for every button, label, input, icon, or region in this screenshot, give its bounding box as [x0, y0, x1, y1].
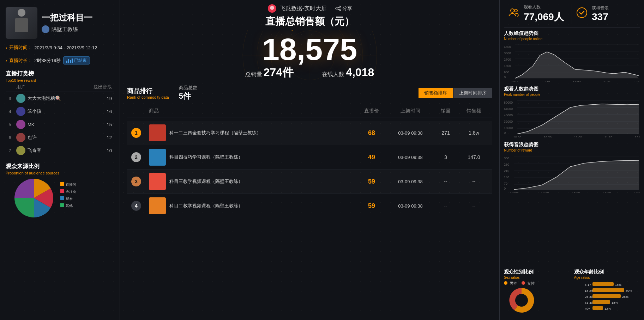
sort-buttons[interactable]: 销售额排序 上架时间排序	[419, 88, 492, 98]
sort-by-time-button[interactable]: 上架时间排序	[453, 88, 492, 98]
left-panel: 一把过科目一 隔壁王教练 › 开播时间： 2021/3/9 9:34 - 202…	[0, 0, 120, 320]
rewards-label: 获得音浪	[592, 5, 609, 11]
sex-ratio-chart	[504, 286, 567, 314]
svg-text:11:30: 11:30	[604, 136, 613, 137]
svg-text:直播间: 直播间	[66, 183, 76, 186]
viewers-trend-chart: 80000 64000 48000 32000 16000 0 10:00 10…	[504, 99, 640, 137]
bar-chart-icon	[66, 59, 73, 63]
product-rank: 3	[131, 177, 149, 186]
rewards-stat: 获得音浪 337	[572, 4, 640, 24]
reward-value-cell: 12	[82, 131, 114, 144]
svg-text:900: 900	[504, 70, 509, 74]
svg-text:11:00: 11:00	[573, 80, 581, 82]
svg-text:25-30: 25-30	[585, 295, 593, 299]
audience-pie-chart: 直播间 关注页 搜索 其他	[6, 175, 104, 221]
svg-text:10:30: 10:30	[541, 191, 549, 193]
svg-rect-1	[60, 182, 64, 186]
product-rank: 1	[131, 128, 149, 138]
user-avatar	[16, 107, 25, 116]
svg-text:11:00: 11:00	[572, 191, 580, 193]
total-sales-value: 274件	[264, 65, 294, 80]
svg-text:31-40: 31-40	[585, 301, 593, 304]
rank-col-header	[6, 82, 14, 92]
duration-row: › 直播时长： 2时38分19秒 已结束	[6, 56, 114, 64]
sales-meta: 总销量 274件 在线人数 4,018	[120, 65, 499, 80]
rank-cell: 4	[6, 105, 14, 118]
user-name: 大大大泡泡糖🍭	[28, 95, 61, 101]
product-count-box: 商品总数 5件	[179, 85, 197, 101]
product-name-cell: 科目三教学视频课程（隔壁王教练）	[149, 173, 354, 190]
svg-text:10:00: 10:00	[510, 191, 518, 193]
rewards-icon	[576, 6, 588, 21]
reward-title: 直播打赏榜	[6, 70, 114, 78]
svg-point-28	[511, 9, 514, 12]
table-row: 4 笨小孩 16	[6, 105, 114, 118]
total-sales-item: 总销量 274件	[245, 65, 294, 80]
svg-text:12:00: 12:00	[634, 80, 640, 82]
rank-circle: 1	[131, 128, 141, 138]
streamer-card: 一把过科目一 隔壁王教练	[6, 7, 114, 39]
reward-board: 直播打赏榜 Top10 live reward 用户 送出音浪 3 大大大泡泡糖…	[6, 70, 114, 157]
svg-text:11:30: 11:30	[603, 80, 612, 82]
rank-circle: 3	[131, 177, 141, 186]
svg-text:48000: 48000	[504, 113, 513, 117]
viewers-info: 观看人数 77,069人	[524, 4, 564, 24]
rank-cell: 7	[6, 144, 14, 157]
rewards-info: 获得音浪 337	[592, 5, 609, 23]
reward-value-cell: 19	[82, 92, 114, 105]
product-name-cell: 科目四技巧学习课程（隔壁王教练）	[149, 149, 354, 166]
user-name: MK	[28, 122, 35, 127]
sort-by-sales-button[interactable]: 销售额排序	[419, 88, 453, 98]
product-count: --	[432, 179, 460, 184]
table-row: 3 大大大泡泡糖🍭 19	[6, 92, 114, 105]
product-name: 科目二教学视频课程（隔壁王教练）	[169, 203, 243, 209]
user-avatar	[16, 133, 25, 142]
svg-text:30%: 30%	[626, 289, 632, 293]
center-panel: 飞瓜数据-实时大屏 分享 直播总销售额（元）	[120, 0, 499, 320]
rank-circle: 2	[131, 152, 141, 162]
table-row: 5 MK 15	[6, 118, 114, 131]
svg-text:搜索: 搜索	[66, 197, 73, 201]
arrow-icon: ›	[6, 45, 7, 50]
col-header-price: 直播价	[354, 108, 389, 114]
rewards-trend-chart: 350 280 210 140 70 0 10:00 10:30	[504, 154, 640, 193]
online-value: 4,018	[346, 66, 374, 79]
male-dot	[504, 281, 507, 285]
sex-ratio-subtitle: Sex ratios	[504, 276, 570, 279]
svg-rect-87	[592, 288, 624, 292]
product-thumbnail	[149, 149, 166, 166]
svg-text:350: 350	[504, 156, 509, 160]
center-sales-area: 18,575 总销量 274件 在线人数 4,018	[120, 30, 499, 80]
rank-circle: 4	[131, 201, 141, 211]
bottom-charts: 观众性别比例 Sex ratios 男性 女性	[504, 269, 640, 316]
svg-point-82	[515, 294, 528, 307]
product-header: 商品排行 Rank of commodity data 商品总数 5件 销售额排…	[127, 85, 492, 101]
male-label: 男性	[510, 281, 517, 285]
rewards-trend-subtitle: Number of reward	[504, 148, 640, 152]
svg-text:10:30: 10:30	[542, 80, 550, 82]
status-badge: 已结束	[63, 56, 90, 64]
product-price: 49	[354, 154, 389, 161]
list-item: 1 科一二三四全套技巧学习课程（隔壁王教练） 68 03-09 09:38 27…	[127, 121, 492, 145]
svg-point-10	[336, 8, 337, 9]
age-ratio-subtitle: Age ratios	[574, 276, 640, 279]
svg-text:0: 0	[504, 187, 506, 190]
audience-title: 观众来源比例	[6, 163, 114, 170]
svg-text:3600: 3600	[504, 51, 511, 55]
svg-point-9	[339, 6, 341, 7]
viewers-icon	[507, 6, 520, 21]
col-header-rank	[131, 108, 149, 114]
product-count: 271	[432, 130, 460, 136]
rank-cell: 6	[6, 131, 14, 144]
svg-rect-3	[60, 189, 64, 193]
product-amount: 147.0	[460, 154, 488, 160]
svg-text:关注页: 关注页	[66, 190, 76, 193]
svg-text:0: 0	[504, 131, 506, 135]
product-amount: --	[460, 203, 488, 209]
product-time: 03-09 09:38	[389, 130, 432, 136]
rewards-trend-chart-section: 获得音浪趋势图 Number of reward 350 280 210 140…	[504, 142, 640, 195]
product-title-area: 商品排行 Rank of commodity data	[127, 87, 169, 99]
svg-text:80000: 80000	[504, 101, 513, 104]
user-avatar	[16, 94, 25, 103]
share-button[interactable]: 分享	[335, 5, 352, 12]
